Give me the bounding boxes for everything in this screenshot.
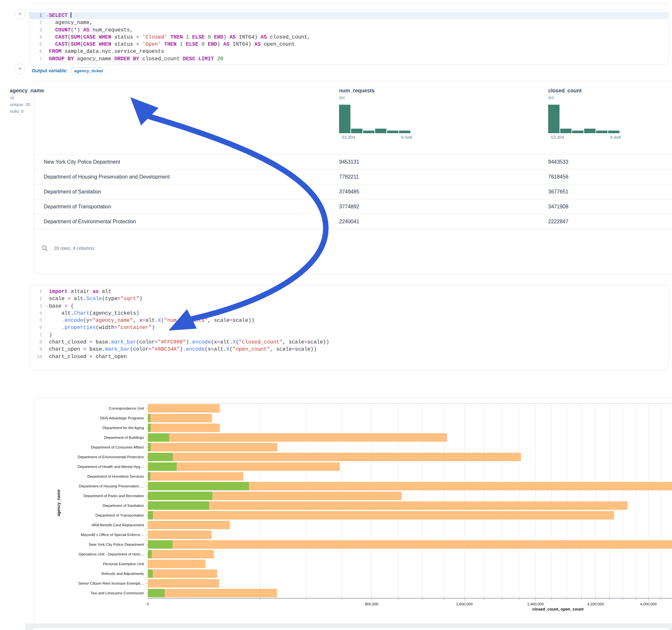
add-cell-button-top[interactable]: + (15, 9, 25, 20)
table-row[interactable]: Department of Sanitation37494853677651 (34, 184, 672, 199)
y-tick-label: Department of Buildings (104, 436, 144, 439)
bar-closed-count (148, 453, 521, 461)
table-row[interactable]: Department of Transportation377489234719… (34, 199, 672, 214)
code-text[interactable]: GROUP BY agency_name ORDER BY closed_cou… (44, 55, 223, 63)
cell-num_requests: 7782211 (339, 174, 548, 180)
code-text[interactable]: COUNT(*) AS num_requests, (44, 27, 133, 34)
gridline (567, 404, 567, 598)
cell-agency_name: Department of Sanitation (34, 189, 339, 195)
column-header-agency_name[interactable]: agency_namestrunique: 20nulls: 0 (10, 88, 44, 114)
add-cell-button-output[interactable]: + (15, 64, 25, 74)
line-number: 7 (29, 332, 44, 339)
histogram-bar (572, 130, 583, 133)
cell-closed_count: 2222847 (548, 219, 672, 224)
sql-code-line[interactable]: 6FROM sample_data.nyc.service_requests (29, 48, 668, 55)
python-code-line[interactable]: 5 .encode(y="agency_name", x=alt.X("num_… (29, 317, 668, 324)
gridline (581, 404, 581, 598)
gridline (306, 404, 306, 598)
python-editor-cell[interactable]: 1import altair as alt2scale = alt.Scale(… (29, 285, 668, 370)
table-row[interactable]: Department of Environmental Protection22… (34, 214, 672, 229)
column-header-closed_count[interactable]: closed_counti6453,3049.4e6 (548, 88, 621, 140)
python-code-line[interactable]: 3∨base = ( (29, 303, 668, 310)
y-tick-label: Correspondence Unit (109, 406, 144, 410)
bar-closed-count (148, 501, 628, 510)
bar-open-count (148, 511, 153, 519)
histogram-max-label: 9.5e6 (401, 135, 412, 140)
histogram-bar (548, 105, 559, 133)
code-text[interactable]: ) (44, 332, 52, 339)
x-axis-tick (422, 598, 423, 600)
fold-chevron-icon[interactable]: ∨ (47, 12, 48, 20)
bar-closed-count (148, 443, 278, 452)
code-text[interactable]: alt.Chart(agency_tickets) (44, 310, 139, 317)
sql-code-line[interactable]: 3 COUNT(*) AS num_requests, (29, 27, 668, 34)
column-header-num_requests[interactable]: num_requestsi6453,3049.5e6 (339, 88, 412, 140)
bar-open-count (148, 492, 212, 500)
x-axis-tick (464, 598, 465, 601)
python-code-line[interactable]: 9chart_open = base.mark_bar(color="#8BC3… (29, 346, 668, 353)
python-code-line[interactable]: 1import altair as alt (29, 288, 668, 295)
table-footer: 20 rows, 4 columns (42, 242, 94, 255)
line-number: 4 (29, 310, 44, 317)
x-tick-label: 0 (147, 602, 149, 606)
code-text[interactable]: SELECT (44, 12, 71, 19)
y-tick-label: Mayorâ€ s Office of Special Enforce… (81, 533, 144, 537)
sql-code-line[interactable]: 7GROUP BY agency_name ORDER BY closed_co… (29, 55, 668, 63)
column-stat: unique: 20 (10, 102, 44, 107)
cell-closed_count: 3471908 (548, 204, 672, 210)
line-number: 10 (29, 353, 44, 360)
gridline (551, 404, 552, 598)
bar-open-count (148, 433, 169, 442)
gridline (398, 404, 399, 598)
code-text[interactable]: chart_open = base.mark_bar(color="#8BC34… (44, 346, 317, 353)
x-tick-label: 3,200,000 (587, 602, 604, 606)
sql-code-line[interactable]: 2 agency_name, (29, 19, 668, 26)
x-axis-tick (609, 598, 609, 600)
x-axis-tick (581, 598, 581, 600)
column-name: agency_name (10, 88, 44, 94)
line-number: 3∨ (29, 303, 44, 310)
sql-code-line[interactable]: 5 CAST(SUM(CASE WHEN status = 'Open' THE… (29, 41, 668, 48)
table-row[interactable]: Department of Housing Preservation and D… (34, 169, 672, 184)
chart-x-axis-title: closed_count, open_count (532, 607, 583, 611)
code-text[interactable]: import altair as alt (44, 288, 111, 295)
column-stat: nulls: 0 (10, 109, 44, 114)
results-table-card: agency_namestrunique: 20nulls: 0num_requ… (34, 81, 672, 274)
gridline (484, 404, 484, 598)
bar-open-count (148, 414, 150, 422)
python-code-line[interactable]: 4 alt.Chart(agency_tickets) (29, 310, 668, 317)
code-text[interactable]: agency_name, (44, 19, 92, 26)
code-text[interactable]: scale = alt.Scale(type="sqrt") (44, 295, 142, 302)
y-tick-label: Department of Homeless Services (88, 475, 144, 478)
histogram-min-label: 53,304 (342, 135, 355, 140)
histogram-bar (375, 129, 386, 133)
bar-closed-count (148, 404, 220, 413)
python-code-line[interactable]: 10chart_closed + chart_open (29, 353, 668, 360)
code-text[interactable]: CAST(SUM(CASE WHEN status = 'Open' THEN … (44, 41, 295, 48)
python-code-line[interactable]: 7) (29, 332, 668, 339)
cell-num_requests: 3749485 (339, 189, 548, 195)
code-text[interactable]: .properties(width="container") (44, 324, 154, 331)
histogram-bar (351, 129, 362, 133)
code-text[interactable]: base = ( (44, 303, 74, 310)
fold-chevron-icon[interactable]: ∨ (47, 303, 48, 310)
bar-closed-count (148, 550, 214, 558)
search-icon[interactable] (42, 245, 48, 251)
code-text[interactable]: chart_closed + chart_open (44, 353, 127, 360)
python-code-line[interactable]: 2scale = alt.Scale(type="sqrt") (29, 295, 668, 302)
gridline (623, 404, 623, 598)
y-tick-label: Department of Housing Preservation … (79, 484, 144, 488)
table-row[interactable]: New York City Police Department945313194… (34, 154, 672, 169)
sql-editor-cell[interactable]: 1∨SELECT 2 agency_name,3 COUNT(*) AS num… (29, 9, 668, 65)
x-axis-tick (398, 598, 399, 600)
output-variable-badge[interactable]: agency_tickets (71, 67, 103, 74)
code-text[interactable]: FROM sample_data.nyc.service_requests (44, 48, 164, 55)
y-tick-label: Department of Environmental Protection (77, 455, 144, 459)
code-text[interactable]: chart_closed = base.mark_bar(color="#FFC… (44, 339, 329, 346)
sql-code-line[interactable]: 1∨SELECT (29, 12, 668, 19)
sql-code-line[interactable]: 4 CAST(SUM(CASE WHEN status = 'Closed' T… (29, 34, 668, 41)
python-code-line[interactable]: 6 .properties(width="container") (29, 324, 668, 331)
python-code-line[interactable]: 8chart_closed = base.mark_bar(color="#FF… (29, 339, 668, 346)
code-text[interactable]: .encode(y="agency_name", x=alt.X("num_re… (44, 317, 255, 324)
code-text[interactable]: CAST(SUM(CASE WHEN status = 'Closed' THE… (44, 34, 311, 41)
